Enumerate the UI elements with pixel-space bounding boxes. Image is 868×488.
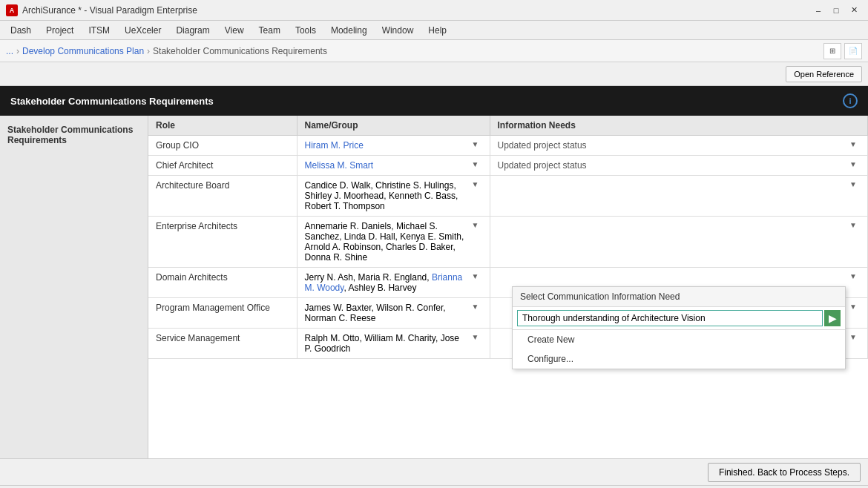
name-dropdown-4[interactable]: ▼: [469, 272, 482, 280]
title-bar: A ArchiSurance * - Visual Paradigm Enter…: [0, 0, 868, 21]
cell-role-0: Group CIO: [148, 136, 297, 156]
name-link-brianna[interactable]: Brianna M. Woody: [305, 272, 463, 293]
menu-item-team[interactable]: Team: [251, 23, 288, 38]
name-dropdown-3[interactable]: ▼: [469, 221, 482, 229]
breadcrumb-bar: ... › Develop Communications Plan › Stak…: [0, 40, 868, 62]
info-text-1: Updated project status: [498, 160, 587, 171]
footer: Finished. Back to Process Steps.: [0, 458, 868, 485]
info-dropdown-6[interactable]: ▼: [846, 333, 860, 341]
info-text-0: Updated project status: [498, 140, 587, 151]
breadcrumb-sep-2: ›: [147, 46, 150, 56]
menu-item-project[interactable]: Project: [39, 23, 81, 38]
breadcrumb-nav[interactable]: ...: [6, 46, 13, 56]
app-window: A ArchiSurance * - Visual Paradigm Enter…: [0, 0, 868, 488]
menu-item-dash[interactable]: Dash: [3, 23, 39, 38]
cell-info-2: ▼: [490, 176, 868, 217]
cell-info-1: Updated project status ▼: [490, 156, 868, 176]
cell-info-3: ▼: [490, 217, 868, 268]
window-title: ArchiSurance * - Visual Paradigm Enterpr…: [22, 5, 197, 16]
col-header-info: Information Needs: [490, 116, 868, 136]
menu-item-modeling[interactable]: Modeling: [323, 23, 375, 38]
info-dropdown-1[interactable]: ▼: [846, 160, 860, 168]
cell-role-4: Domain Architects: [148, 268, 297, 298]
menu-item-diagram[interactable]: Diagram: [168, 23, 217, 38]
title-bar-left: A ArchiSurance * - Visual Paradigm Enter…: [6, 4, 197, 16]
table-area: Role Name/Group Information Needs Group …: [148, 116, 868, 458]
table-row: Group CIO Hiram M. Price ▼ Updated proje…: [148, 136, 868, 156]
names-text-6: Ralph M. Otto, William M. Charity, Jose …: [305, 333, 469, 354]
minimize-button[interactable]: –: [810, 4, 826, 17]
popup-configure[interactable]: Configure...: [513, 349, 845, 369]
cell-role-3: Enterprise Architects: [148, 217, 297, 268]
menu-item-window[interactable]: Window: [375, 23, 421, 38]
col-header-role: Role: [148, 116, 297, 136]
info-icon[interactable]: i: [843, 93, 858, 108]
menu-item-help[interactable]: Help: [421, 23, 454, 38]
info-dropdown-4[interactable]: ▼: [846, 272, 860, 280]
main-content: Stakeholder Communications Requirements …: [0, 116, 868, 458]
breadcrumb-left: ... › Develop Communications Plan › Stak…: [6, 46, 327, 56]
menu-bar: DashProjectITSMUeXcelerDiagramViewTeamTo…: [0, 21, 868, 40]
names-text-3: Annemarie R. Daniels, Michael S. Sanchez…: [305, 221, 469, 263]
cell-name-6: Ralph M. Otto, William M. Charity, Jose …: [297, 329, 490, 359]
info-dropdown-0[interactable]: ▼: [846, 140, 860, 148]
name-dropdown-5[interactable]: ▼: [469, 303, 482, 311]
name-dropdown-6[interactable]: ▼: [469, 333, 482, 341]
cell-role-2: Architecture Board: [148, 176, 297, 217]
breadcrumb-doc-icon[interactable]: 📄: [844, 43, 862, 59]
dropdown-input-row: ▶: [513, 307, 845, 330]
cell-role-5: Program Management Office: [148, 298, 297, 329]
info-dropdown-popup: Select Communication Information Need ▶ …: [512, 286, 846, 369]
name-dropdown-2[interactable]: ▼: [469, 180, 482, 188]
menu-item-uexceler[interactable]: UeXceler: [117, 23, 168, 38]
table-header-row: Role Name/Group Information Needs: [148, 116, 868, 136]
breadcrumb-grid-icon[interactable]: ⊞: [823, 43, 841, 59]
cell-role-6: Service Management: [148, 329, 297, 359]
names-text-2: Candice D. Walk, Christine S. Hulings, S…: [305, 180, 469, 211]
cell-name-2: Candice D. Walk, Christine S. Hulings, S…: [297, 176, 490, 217]
table-row: Chief Architect Melissa M. Smart ▼ Updat…: [148, 156, 868, 176]
col-header-name: Name/Group: [297, 116, 490, 136]
breadcrumb-icons: ⊞ 📄: [823, 43, 862, 59]
toolbar: Open Reference: [0, 62, 868, 86]
cell-name-0: Hiram M. Price ▼: [297, 136, 490, 156]
section-title: Stakeholder Communications Requirements: [10, 96, 214, 107]
cell-name-5: James W. Baxter, Wilson R. Confer, Norma…: [297, 298, 490, 329]
breadcrumb-current: Stakeholder Communications Requirements: [153, 46, 327, 56]
name-dropdown-0[interactable]: ▼: [469, 140, 482, 148]
left-panel: Stakeholder Communications Requirements: [0, 116, 148, 458]
app-icon: A: [6, 4, 18, 16]
maximize-button[interactable]: □: [828, 4, 844, 17]
name-dropdown-1[interactable]: ▼: [469, 160, 482, 168]
cell-name-4: Jerry N. Ash, Maria R. England, Brianna …: [297, 268, 490, 298]
title-bar-controls: – □ ✕: [810, 4, 862, 17]
breadcrumb-develop-communications[interactable]: Develop Communications Plan: [22, 46, 144, 56]
menu-item-tools[interactable]: Tools: [288, 23, 323, 38]
open-reference-button[interactable]: Open Reference: [786, 66, 862, 82]
info-dropdown-5[interactable]: ▼: [846, 303, 860, 311]
name-link-0[interactable]: Hiram M. Price: [305, 140, 364, 151]
info-dropdown-3[interactable]: ▼: [846, 221, 860, 229]
cell-role-1: Chief Architect: [148, 156, 297, 176]
popup-create-new[interactable]: Create New: [513, 330, 845, 349]
cell-name-3: Annemarie R. Daniels, Michael S. Sanchez…: [297, 217, 490, 268]
dropdown-search-input[interactable]: [517, 310, 823, 326]
dropdown-confirm-button[interactable]: ▶: [824, 310, 841, 326]
name-link-1[interactable]: Melissa M. Smart: [305, 160, 374, 171]
cell-info-0: Updated project status ▼: [490, 136, 868, 156]
left-panel-label: Stakeholder Communications Requirements: [7, 125, 133, 145]
status-bar: ✉ ✎: [0, 485, 868, 488]
breadcrumb-sep-1: ›: [16, 46, 19, 56]
section-header: Stakeholder Communications Requirements …: [0, 86, 868, 116]
names-text-4: Jerry N. Ash, Maria R. England, Brianna …: [305, 272, 469, 293]
names-text-5: James W. Baxter, Wilson R. Confer, Norma…: [305, 303, 469, 323]
table-row: Enterprise Architects Annemarie R. Danie…: [148, 217, 868, 268]
close-button[interactable]: ✕: [846, 4, 862, 17]
dropdown-popup-header: Select Communication Information Need: [513, 287, 845, 307]
finished-button[interactable]: Finished. Back to Process Steps.: [708, 463, 861, 482]
info-dropdown-2[interactable]: ▼: [846, 180, 860, 188]
menu-item-view[interactable]: View: [217, 23, 251, 38]
table-row: Architecture Board Candice D. Walk, Chri…: [148, 176, 868, 217]
cell-name-1: Melissa M. Smart ▼: [297, 156, 490, 176]
menu-item-itsm[interactable]: ITSM: [81, 23, 117, 38]
